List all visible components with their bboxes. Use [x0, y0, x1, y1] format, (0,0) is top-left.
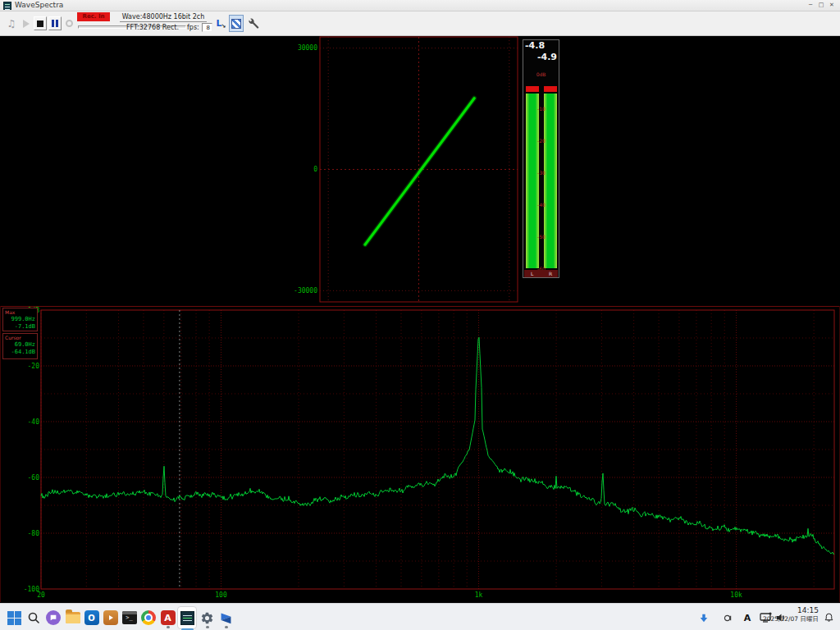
notifications-button[interactable] — [820, 607, 837, 628]
display-settings-button[interactable] — [229, 15, 244, 32]
cursor-frequency: 69.0Hz — [15, 341, 35, 348]
pause-button[interactable] — [48, 16, 62, 30]
device-icon — [724, 614, 733, 623]
max-title: Max — [5, 309, 15, 315]
play-icon — [23, 20, 30, 28]
app-icon — [3, 2, 11, 10]
terminal-button[interactable]: >_ — [120, 607, 139, 628]
meter-value-left: -4.8 — [525, 40, 545, 51]
cursor-readout-box: Cursor 69.0Hz -64.1dB — [2, 333, 38, 359]
wavespectra-window: WaveSpectra ─ □ ✕ ♫ Rec. In Wave:48000Hz… — [0, 0, 840, 630]
outlook-button[interactable]: O — [82, 607, 101, 628]
svg-text:100: 100 — [215, 591, 227, 599]
meter-tick-label: -30 — [536, 170, 546, 176]
titlebar: WaveSpectra ─ □ ✕ — [0, 0, 840, 11]
svg-text:0: 0 — [313, 166, 317, 173]
wavespectra-icon — [180, 611, 194, 625]
acrobat-icon: A — [161, 610, 176, 625]
orange-app-icon — [103, 610, 118, 625]
record-button[interactable] — [64, 18, 75, 29]
max-frequency: 999.0Hz — [11, 316, 35, 322]
capture-button[interactable]: L↘ — [215, 16, 227, 31]
acrobat-button[interactable]: A — [158, 607, 177, 628]
meter-channel-strip: L R — [524, 270, 558, 277]
time-label: 14:15 — [737, 606, 819, 615]
file-explorer-button[interactable] — [63, 607, 82, 628]
music-note-icon: ♫ — [7, 18, 16, 30]
maximize-button[interactable]: □ — [816, 2, 826, 8]
meter-tick-label: -50 — [536, 234, 546, 240]
chat-app-button[interactable] — [43, 607, 62, 628]
search-button[interactable] — [24, 607, 43, 628]
stop-icon — [37, 21, 43, 27]
svg-text:1k: 1k — [475, 591, 483, 599]
svg-text:10k: 10k — [730, 591, 742, 599]
blue-app-button[interactable] — [217, 607, 235, 628]
clock[interactable]: 14:15 2025/12/07 日曜日 — [737, 606, 819, 623]
meter-tick-label: -10 — [536, 106, 546, 112]
record-input-indicator: Rec. In — [77, 12, 110, 21]
spectrum-pane: 201001k10k0dB-20-40-60-80-100 Max 999.0H… — [0, 305, 840, 603]
window-title: WaveSpectra — [15, 1, 63, 9]
toolbar: ♫ Rec. In Wave:48000Hz 16bit 2ch FFT:327… — [0, 11, 840, 36]
meter-bar-left — [526, 86, 539, 270]
play-button[interactable] — [21, 16, 32, 30]
outlook-icon: O — [84, 610, 99, 625]
stop-button[interactable] — [34, 16, 47, 30]
record-icon — [66, 20, 73, 27]
pause-icon — [52, 20, 54, 27]
meter-tick-label: -20 — [536, 138, 546, 144]
wavespectra-taskbar-button[interactable] — [178, 607, 197, 628]
chrome-button[interactable] — [139, 607, 158, 628]
minimize-button[interactable]: ─ — [806, 2, 815, 8]
taskbar: O >_ A — [0, 603, 840, 630]
max-level: -7.1dB — [15, 323, 35, 330]
channel-right-label: R — [549, 270, 552, 277]
chat-icon — [46, 610, 61, 625]
level-meter-panel: -4.8 -4.9 0dB -10-20-30-40-50-60 L R — [523, 39, 559, 278]
channel-left-label: L — [531, 270, 533, 277]
start-button[interactable] — [5, 607, 24, 628]
svg-text:-80: -80 — [28, 530, 40, 537]
svg-text:30000: 30000 — [298, 44, 317, 52]
spectrum-plot[interactable]: 201001k10k0dB-20-40-60-80-100 — [0, 305, 840, 603]
svg-text:-30000: -30000 — [294, 287, 317, 294]
svg-text:-40: -40 — [28, 418, 40, 426]
terminal-icon: >_ — [122, 611, 137, 624]
search-icon — [27, 611, 40, 624]
folder-icon — [66, 612, 80, 623]
wrench-icon — [247, 17, 259, 30]
max-readout-box: Max 999.0Hz -7.1dB — [2, 308, 38, 331]
cursor-title: Cursor — [5, 335, 21, 340]
lissajous-scope: 300000-30000 — [0, 36, 840, 305]
close-button[interactable]: ✕ — [827, 2, 837, 8]
fps-label: fps: — [187, 24, 199, 31]
meter-bar-right — [544, 86, 557, 270]
meter-tick-label: -40 — [536, 202, 546, 208]
arrow-icon: ↘ — [221, 23, 226, 30]
fps-value-field[interactable]: 8 — [202, 23, 212, 32]
config-button[interactable] — [246, 16, 260, 31]
open-file-button[interactable]: ♫ — [4, 16, 19, 30]
bell-icon — [824, 612, 834, 623]
wave-format-info: Wave:48000Hz 16bit 2ch — [120, 13, 207, 22]
svg-text:-60: -60 — [28, 474, 40, 482]
tray-device-button[interactable] — [720, 607, 735, 628]
hidden-icons-button[interactable] — [696, 607, 712, 628]
settings-button[interactable] — [198, 607, 217, 628]
meter-0db-label: 0dB — [523, 71, 559, 77]
fft-info: FFT:32768 Rect. — [120, 24, 185, 31]
blue-app-icon — [219, 611, 233, 625]
cursor-level: -64.1dB — [11, 349, 35, 355]
arrow-down-icon — [699, 613, 709, 623]
scope-pane: 300000-30000 -4.8 -4.9 0dB -10-20-30-40-… — [0, 36, 840, 305]
windows-logo-icon — [7, 611, 21, 625]
date-label: 2025/12/07 日曜日 — [737, 615, 819, 623]
checker-icon — [231, 19, 241, 29]
svg-text:-100: -100 — [24, 586, 39, 593]
gear-icon — [200, 611, 214, 625]
svg-text:-20: -20 — [28, 363, 40, 370]
meter-value-right: -4.9 — [537, 52, 557, 62]
chrome-icon — [141, 610, 156, 625]
orange-app-button[interactable] — [101, 607, 120, 628]
